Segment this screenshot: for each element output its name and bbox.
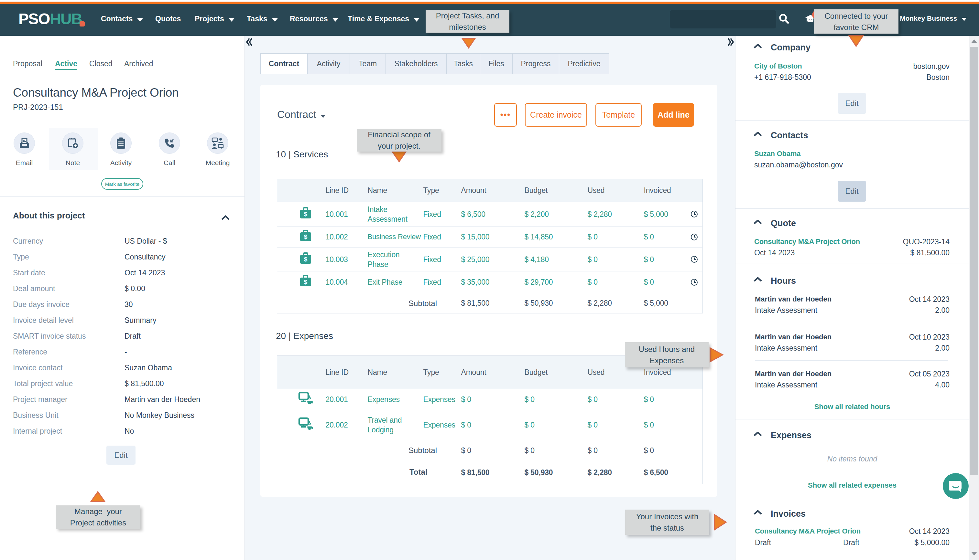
svg-text:$: $ bbox=[304, 278, 307, 285]
svg-text:$: $ bbox=[304, 256, 307, 263]
svg-text:$: $ bbox=[304, 233, 307, 240]
svg-text:$: $ bbox=[304, 211, 307, 217]
